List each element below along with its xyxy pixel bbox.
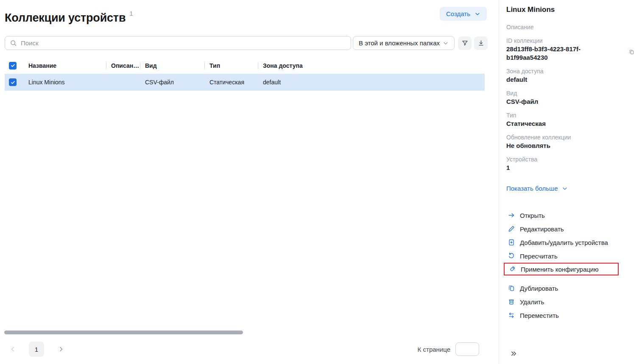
- field-label: Тип: [506, 111, 635, 119]
- search-box[interactable]: [5, 36, 351, 50]
- action-apply-configuration[interactable]: Применить конфигурацию: [504, 263, 619, 275]
- action-label: Пересчитать: [520, 253, 558, 260]
- field-value: CSV-файл: [506, 97, 617, 106]
- copy-icon: [628, 49, 635, 55]
- arrow-right-icon: [508, 211, 515, 219]
- page-number-button[interactable]: 1: [29, 342, 44, 357]
- move-icon: [508, 311, 515, 319]
- action-label: Переместить: [520, 312, 559, 319]
- folder-scope-select[interactable]: В этой и вложенных папках: [353, 36, 455, 50]
- field-value: default: [506, 75, 617, 84]
- action-recalculate[interactable]: Пересчитать: [506, 249, 635, 263]
- chevron-down-icon: [475, 11, 480, 17]
- pagination: 1 К странице: [5, 342, 479, 357]
- table-header-row: Название Описание Вид Тип Зона доступа: [5, 58, 485, 72]
- collections-count: 1: [129, 10, 133, 17]
- toolbar: В этой и вложенных папках: [5, 36, 499, 50]
- copy-id-button[interactable]: [628, 48, 636, 56]
- chevron-down-icon: [562, 186, 568, 192]
- action-label: Добавить/удалить устройства: [520, 239, 608, 246]
- action-move[interactable]: Переместить: [506, 308, 635, 322]
- action-label: Открыть: [520, 212, 545, 219]
- chevron-left-icon: [9, 346, 16, 353]
- field-label: Вид: [506, 89, 635, 97]
- collection-id-value: 28d13ff8-b3f3-4223-817f-b1f99aa54230: [506, 45, 617, 62]
- action-add-remove-devices[interactable]: Добавить/удалить устройства: [506, 236, 635, 249]
- field-value: Не обновлять: [506, 142, 617, 150]
- double-chevron-right-icon: [510, 350, 517, 357]
- details-sidebar: Linux Minions Описание ID коллекции 28d1…: [499, 0, 642, 364]
- page-header: Коллекции устройств1 Создать: [0, 5, 499, 26]
- field-label: Обновление коллекции: [506, 133, 635, 142]
- action-duplicate[interactable]: Дублировать: [506, 281, 635, 295]
- previous-page-button[interactable]: [7, 343, 19, 355]
- action-label: Применить конфигурацию: [521, 266, 598, 273]
- pencil-icon: [508, 225, 515, 233]
- column-header-description[interactable]: Описание: [106, 62, 140, 69]
- field-collection-update: Обновление коллекции Не обновлять: [506, 133, 635, 150]
- download-icon: [477, 39, 485, 47]
- chevron-down-icon: [443, 40, 449, 46]
- column-header-kind[interactable]: Вид: [140, 62, 204, 69]
- action-label: Редактировать: [520, 225, 564, 233]
- column-header-name[interactable]: Название: [23, 62, 106, 69]
- collections-table: Название Описание Вид Тип Зона доступа L…: [5, 58, 485, 91]
- collapse-sidebar-button[interactable]: [509, 349, 518, 358]
- page-title: Коллекции устройств1: [5, 5, 133, 26]
- row-checkbox[interactable]: [9, 78, 17, 86]
- field-label: Зона доступа: [506, 67, 635, 75]
- cell-type: Статическая: [204, 79, 258, 86]
- field-value: Статическая: [506, 119, 617, 128]
- search-icon: [10, 39, 17, 47]
- select-all-checkbox[interactable]: [9, 62, 17, 69]
- field-label: ID коллекции: [506, 36, 635, 45]
- field-label: Описание: [506, 23, 635, 31]
- folder-scope-value: В этой и вложенных папках: [359, 39, 440, 47]
- search-input[interactable]: [21, 39, 346, 47]
- secondary-actions: Дублировать Удалить Переместить: [506, 281, 635, 322]
- row-select-cell: [5, 78, 23, 86]
- field-description: Описание: [506, 23, 635, 31]
- goto-page-input[interactable]: [455, 342, 479, 356]
- cell-kind: CSV-файл: [140, 79, 204, 86]
- file-plus-icon: [508, 239, 515, 246]
- tag-icon: [508, 265, 516, 273]
- field-devices: Устройства 1: [506, 155, 635, 172]
- action-label: Удалить: [520, 298, 544, 306]
- cell-access-zone: default: [258, 79, 485, 86]
- field-kind: Вид CSV-файл: [506, 89, 635, 106]
- field-label: Устройства: [506, 155, 635, 164]
- table-row[interactable]: Linux Minions CSV-файл Статическая defau…: [5, 74, 485, 91]
- field-collection-id: ID коллекции 28d13ff8-b3f3-4223-817f-b1f…: [506, 36, 635, 62]
- primary-actions: Открыть Редактировать Добавить/удалить у…: [506, 208, 635, 275]
- action-open[interactable]: Открыть: [506, 208, 635, 222]
- duplicate-icon: [508, 284, 515, 292]
- chevron-right-icon: [58, 346, 64, 353]
- field-value: 1: [506, 164, 617, 172]
- filter-button[interactable]: [458, 36, 472, 50]
- field-access-zone: Зона доступа default: [506, 67, 635, 84]
- refresh-icon: [508, 252, 515, 260]
- select-all-cell: [5, 62, 23, 69]
- create-button[interactable]: Создать: [440, 7, 487, 21]
- field-type: Тип Статическая: [506, 111, 635, 128]
- column-header-access-zone[interactable]: Зона доступа: [258, 62, 485, 69]
- action-delete[interactable]: Удалить: [506, 295, 635, 308]
- horizontal-scrollbar-thumb[interactable]: [4, 331, 243, 334]
- cell-name: Linux Minions: [23, 79, 106, 86]
- goto-page-label: К странице: [418, 346, 450, 353]
- export-button[interactable]: [474, 36, 488, 50]
- trash-icon: [508, 298, 515, 306]
- main-panel: Коллекции устройств1 Создать В этой и вл…: [0, 0, 499, 364]
- action-label: Дублировать: [520, 285, 558, 292]
- next-page-button[interactable]: [55, 343, 67, 355]
- column-header-type[interactable]: Тип: [204, 62, 258, 69]
- create-button-label: Создать: [446, 10, 470, 17]
- page-title-text: Коллекции устройств: [5, 11, 126, 24]
- funnel-icon: [461, 39, 469, 47]
- show-more-label: Показать больше: [506, 185, 558, 192]
- show-more-link[interactable]: Показать больше: [506, 185, 635, 192]
- action-edit[interactable]: Редактировать: [506, 222, 635, 236]
- details-title: Linux Minions: [506, 6, 635, 14]
